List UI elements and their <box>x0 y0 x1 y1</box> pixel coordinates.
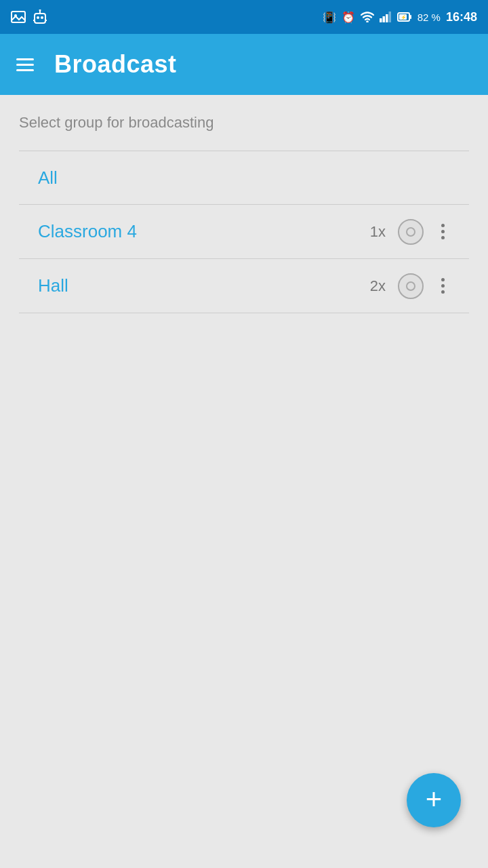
svg-rect-2 <box>35 14 45 23</box>
svg-point-6 <box>39 9 41 12</box>
page-subtitle: Select group for broadcasting <box>19 114 469 132</box>
dot <box>441 230 445 233</box>
svg-point-9 <box>366 20 369 22</box>
menu-button[interactable] <box>16 58 34 71</box>
status-bar: 📳 ⏰ ⚡ 82 % 16:48 <box>0 0 488 34</box>
svg-rect-13 <box>388 12 391 22</box>
radio-inner-classroom4 <box>406 227 415 237</box>
dot <box>441 236 445 239</box>
dot <box>441 284 445 288</box>
svg-rect-16 <box>410 15 411 19</box>
svg-rect-0 <box>12 12 25 22</box>
svg-rect-11 <box>382 16 385 22</box>
status-right-icons: 📳 ⏰ ⚡ 82 % 16:48 <box>323 10 477 24</box>
app-bar: Broadcast <box>0 34 488 95</box>
time-display: 16:48 <box>446 10 477 24</box>
list-item[interactable]: All <box>19 151 469 205</box>
page-title: Broadcast <box>54 50 177 79</box>
battery-percentage: 82 % <box>418 12 441 23</box>
item-label-hall: Hall <box>38 275 370 296</box>
vibrate-icon: 📳 <box>323 11 336 24</box>
radio-button-hall[interactable] <box>398 273 424 299</box>
battery-icon: ⚡ <box>397 12 412 22</box>
add-group-fab[interactable]: + <box>407 773 461 827</box>
dot <box>441 290 445 294</box>
radio-inner-hall <box>406 281 415 291</box>
alarm-icon: ⏰ <box>342 11 355 24</box>
svg-rect-10 <box>380 18 382 22</box>
svg-text:⚡: ⚡ <box>400 14 406 20</box>
item-label-all: All <box>38 167 450 189</box>
list-item[interactable]: Hall 2x <box>19 259 469 313</box>
fab-plus-icon: + <box>426 785 443 814</box>
list-item[interactable]: Classroom 4 1x <box>19 205 469 259</box>
more-options-classroom4[interactable] <box>436 218 450 245</box>
group-list: All Classroom 4 1x Hall 2x <box>19 151 469 313</box>
item-count-classroom4: 1x <box>370 223 386 241</box>
svg-point-4 <box>41 16 43 19</box>
dot <box>441 278 445 281</box>
svg-point-3 <box>37 16 39 19</box>
svg-rect-12 <box>386 14 388 22</box>
signal-icon <box>380 12 392 22</box>
wifi-icon <box>361 12 374 22</box>
dot <box>441 224 445 227</box>
image-icon <box>11 11 26 23</box>
radio-button-classroom4[interactable] <box>398 219 424 245</box>
robot-icon <box>33 9 47 24</box>
item-label-classroom4: Classroom 4 <box>38 221 370 242</box>
status-left-icons <box>11 9 47 24</box>
more-options-hall[interactable] <box>436 273 450 299</box>
content-area: Select group for broadcasting All Classr… <box>0 95 488 313</box>
item-count-hall: 2x <box>370 277 386 295</box>
